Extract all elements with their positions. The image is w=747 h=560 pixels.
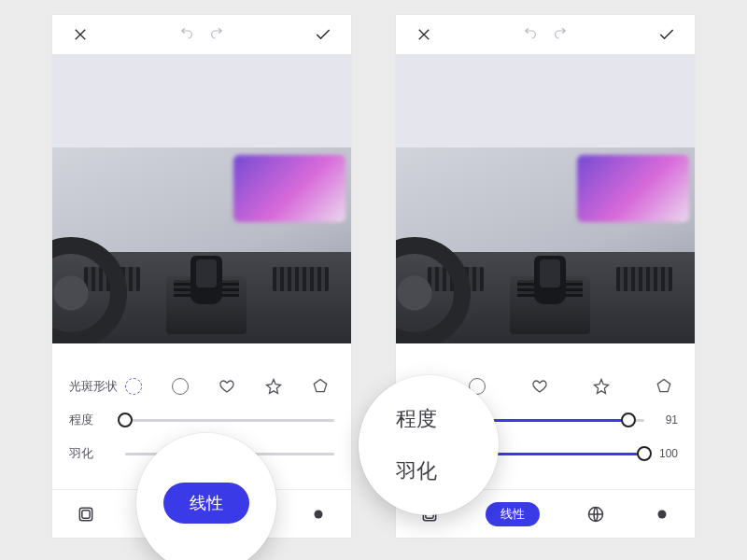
shape-star[interactable]: [265, 378, 282, 395]
car-interior-illustration: [52, 147, 351, 343]
linear-pill[interactable]: 线性: [486, 502, 540, 526]
intensity-row: 程度: [52, 403, 351, 437]
dot-icon[interactable]: [308, 504, 329, 525]
globe-icon[interactable]: [585, 504, 606, 525]
phone-left: 光斑形状 程度 羽化: [52, 15, 351, 538]
shape-circle[interactable]: [172, 378, 189, 395]
intensity-slider[interactable]: [469, 419, 644, 422]
shape-heart[interactable]: [531, 378, 548, 395]
redo-icon[interactable]: [545, 20, 575, 49]
image-canvas[interactable]: [52, 54, 351, 343]
zoom-linear-pill: 线性: [163, 483, 249, 524]
controls-panel: 光斑形状 程度 羽化: [52, 343, 351, 538]
svg-point-7: [657, 510, 666, 518]
shape-pentagon[interactable]: [655, 378, 672, 395]
shape-row: 光斑形状: [52, 370, 351, 403]
undo-icon[interactable]: [515, 20, 545, 49]
shape-star[interactable]: [593, 378, 610, 395]
topbar: [52, 15, 351, 54]
car-interior-illustration: [396, 147, 695, 343]
dot-icon[interactable]: [652, 504, 672, 525]
shape-heart[interactable]: [218, 378, 235, 395]
check-icon[interactable]: [652, 20, 682, 49]
check-icon[interactable]: [308, 20, 338, 49]
controls-panel: 91 100 线性 程度 羽化: [396, 343, 695, 538]
image-canvas[interactable]: [396, 54, 695, 343]
svg-rect-1: [81, 510, 89, 517]
shape-pentagon[interactable]: [312, 378, 329, 395]
intensity-label: 程度: [69, 412, 125, 428]
zoom-bubble-labels: 程度 羽化: [359, 375, 499, 515]
undo-icon[interactable]: [172, 20, 202, 49]
intensity-value: 91: [644, 413, 678, 427]
intensity-slider[interactable]: [125, 419, 334, 422]
close-icon[interactable]: [65, 20, 95, 49]
zoom-intensity-label: 程度: [396, 405, 437, 433]
close-icon[interactable]: [409, 20, 439, 49]
phone-right: 91 100 线性 程度 羽化: [396, 15, 695, 538]
shape-row-label: 光斑形状: [69, 378, 125, 395]
feather-label: 羽化: [69, 445, 125, 462]
shape-dashed-circle[interactable]: [125, 378, 142, 395]
svg-point-3: [314, 510, 322, 518]
zoom-feather-label: 羽化: [396, 457, 437, 485]
redo-icon[interactable]: [202, 20, 232, 49]
topbar: [396, 15, 695, 54]
layers-icon[interactable]: [76, 504, 96, 525]
